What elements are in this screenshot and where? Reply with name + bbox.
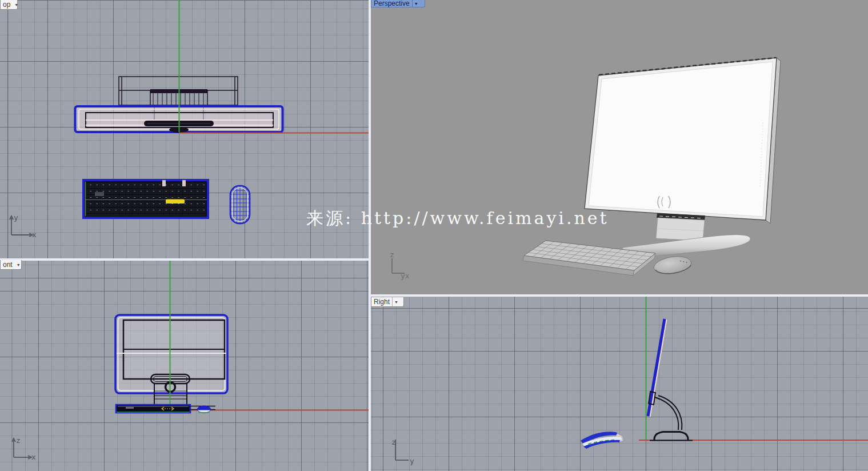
viewport-tab-front[interactable]: ont ▼ bbox=[0, 260, 22, 270]
gnomon-y-label: y bbox=[410, 457, 414, 465]
viewport-right[interactable]: z y bbox=[371, 297, 868, 471]
monitor-stand-side-view[interactable] bbox=[649, 392, 693, 441]
gnomon-yx-label: yx bbox=[401, 272, 410, 280]
viewport-front-canvas[interactable]: z x bbox=[0, 261, 369, 471]
viewport-tab-top-label[interactable]: op bbox=[1, 1, 13, 9]
viewport-front[interactable]: z x bbox=[0, 261, 369, 471]
mouse-3d[interactable] bbox=[653, 254, 693, 277]
keyboard-front-view[interactable] bbox=[116, 405, 190, 413]
axis-gnomon-right: z y bbox=[391, 438, 414, 465]
axis-gnomon-top: y x bbox=[10, 213, 37, 239]
gnomon-y-label: y bbox=[14, 213, 18, 222]
keyboard-top-view[interactable] bbox=[83, 180, 208, 218]
gnomon-z-label: z bbox=[391, 438, 396, 446]
axis-gnomon-front: z x bbox=[12, 436, 36, 461]
mouse-front-view[interactable] bbox=[197, 406, 211, 413]
chevron-down-icon[interactable]: ▼ bbox=[15, 262, 22, 268]
viewport-tab-front-label[interactable]: ont bbox=[1, 261, 15, 269]
viewport-top-canvas[interactable]: y x bbox=[0, 0, 369, 258]
viewport-tab-top[interactable]: op ▼ bbox=[0, 0, 18, 10]
gnomon-x-label: x bbox=[32, 230, 37, 239]
viewport-tab-right-label[interactable]: Right bbox=[371, 298, 392, 306]
viewport-tab-perspective[interactable]: Perspective ▼ bbox=[371, 0, 425, 7]
viewport-tab-perspective-label[interactable]: Perspective bbox=[371, 0, 412, 8]
mouse-top-view[interactable] bbox=[230, 186, 250, 223]
viewport-tab-right[interactable]: Right ▼ bbox=[371, 297, 404, 307]
viewport-perspective[interactable]: z yx bbox=[371, 0, 868, 294]
monitor-side-view[interactable] bbox=[648, 319, 667, 417]
keyboard-side-view[interactable] bbox=[581, 432, 623, 449]
axis-gnomon-perspective: z yx bbox=[390, 250, 410, 280]
monitor-3d[interactable] bbox=[585, 58, 781, 258]
gnomon-x-label: x bbox=[31, 453, 36, 461]
viewport-top[interactable]: y x bbox=[0, 0, 369, 258]
chevron-down-icon[interactable]: ▼ bbox=[413, 1, 420, 7]
viewport-perspective-canvas[interactable]: z yx bbox=[371, 0, 868, 294]
chevron-down-icon[interactable]: ▼ bbox=[393, 299, 400, 305]
gnomon-z-label: z bbox=[390, 250, 394, 259]
viewport-right-canvas[interactable]: z y bbox=[371, 297, 868, 471]
chevron-down-icon[interactable]: ▼ bbox=[13, 2, 20, 8]
rhino-four-viewport-workspace: y x bbox=[0, 0, 868, 471]
gnomon-z-label: z bbox=[16, 436, 21, 445]
